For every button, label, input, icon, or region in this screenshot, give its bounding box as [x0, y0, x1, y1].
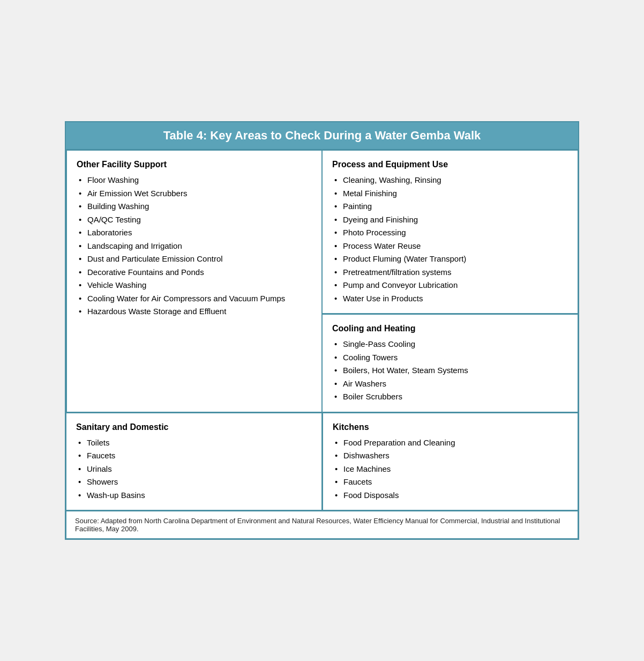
list-item: Metal Finishing: [332, 188, 568, 200]
list-item: Laboratories: [77, 227, 312, 239]
list-item: Air Washers: [332, 378, 568, 390]
list-kitchens: Food Preparation and Cleaning Dishwasher…: [333, 437, 568, 502]
list-item: Cleaning, Washing, Rinsing: [332, 174, 568, 187]
list-process-equipment: Cleaning, Washing, Rinsing Metal Finishi…: [332, 174, 568, 304]
list-item: Food Preparation and Cleaning: [333, 437, 568, 449]
table-body: Process and Equipment Use Cleaning, Wash…: [66, 149, 578, 539]
list-item: Boiler Scrubbers: [332, 391, 568, 403]
list-item: Wash-up Basins: [76, 489, 312, 502]
list-item: Showers: [76, 476, 312, 488]
cell-heading-sanitary: Sanitary and Domestic: [76, 421, 312, 434]
cell-heading-kitchens: Kitchens: [333, 421, 568, 434]
cell-cooling-heating: Cooling and Heating Single-Pass Cooling …: [322, 314, 578, 412]
list-item: Vehicle Washing: [77, 279, 312, 292]
list-item: Floor Washing: [77, 174, 312, 187]
list-item: Dyeing and Finishing: [332, 214, 568, 226]
list-item: Single-Pass Cooling: [332, 338, 568, 351]
list-cooling-heating: Single-Pass Cooling Cooling Towers Boile…: [332, 338, 568, 403]
list-item: Food Disposals: [333, 489, 568, 502]
list-sanitary: Toilets Faucets Urinals Showers Wash-up …: [76, 437, 312, 502]
cell-heading-cooling: Cooling and Heating: [332, 322, 568, 335]
list-item: Product Fluming (Water Transport): [332, 253, 568, 265]
cell-other-facility: Other Facility Support Floor Washing Air…: [66, 150, 322, 412]
list-item: Photo Processing: [332, 227, 568, 239]
list-item: Toilets: [76, 437, 312, 449]
list-item: Water Use in Products: [332, 293, 568, 305]
list-item: Cooling Water for Air Compressors and Va…: [77, 293, 312, 305]
source-row: Source: Adapted from North Carolina Depa…: [66, 510, 578, 539]
list-item: Dust and Particulate Emission Control: [77, 253, 312, 265]
list-item: Painting: [332, 200, 568, 213]
main-table: Table 4: Key Areas to Check During a Wat…: [65, 121, 579, 540]
list-item: Faucets: [76, 450, 312, 462]
cell-process-equipment: Process and Equipment Use Cleaning, Wash…: [322, 150, 578, 314]
list-item: Dishwashers: [333, 450, 568, 462]
list-item: Building Washing: [77, 200, 312, 213]
list-item: Landscaping and Irrigation: [77, 240, 312, 252]
list-item: Boilers, Hot Water, Steam Systems: [332, 365, 568, 377]
list-item: Ice Machines: [333, 463, 568, 476]
list-item: Decorative Fountains and Ponds: [77, 266, 312, 279]
cell-heading-other-facility: Other Facility Support: [77, 158, 312, 171]
list-item: Hazardous Waste Storage and Effluent: [77, 306, 312, 318]
cell-heading-process: Process and Equipment Use: [332, 158, 568, 171]
list-other-facility: Floor Washing Air Emission Wet Scrubbers…: [77, 174, 312, 318]
list-item: Air Emission Wet Scrubbers: [77, 188, 312, 200]
list-item: Cooling Towers: [332, 352, 568, 364]
list-item: Urinals: [76, 463, 312, 476]
cell-kitchens: Kitchens Food Preparation and Cleaning D…: [322, 412, 578, 511]
list-item: QA/QC Testing: [77, 214, 312, 226]
cell-sanitary-domestic: Sanitary and Domestic Toilets Faucets Ur…: [66, 412, 322, 511]
table-title: Table 4: Key Areas to Check During a Wat…: [66, 122, 578, 149]
list-item: Pretreatment/filtration systems: [332, 266, 568, 279]
list-item: Faucets: [333, 476, 568, 488]
list-item: Process Water Reuse: [332, 240, 568, 252]
list-item: Pump and Conveyor Lubrication: [332, 279, 568, 292]
